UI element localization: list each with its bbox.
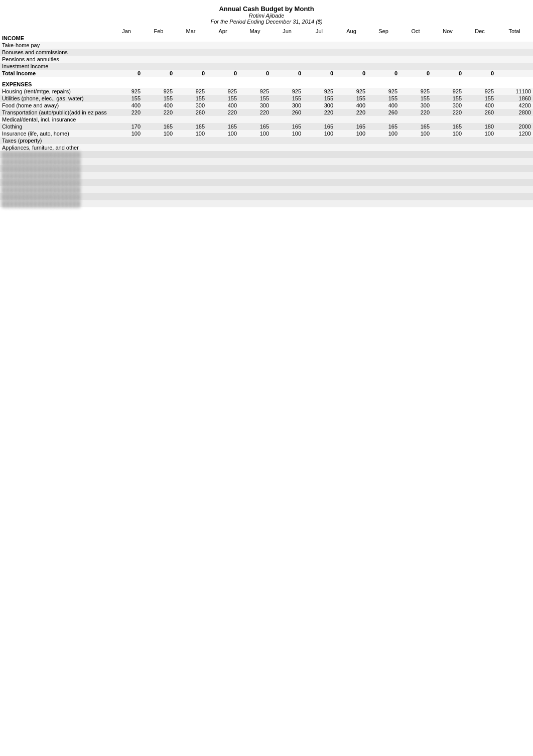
row-value xyxy=(335,200,367,207)
row-value xyxy=(464,116,496,123)
row-value xyxy=(110,42,143,49)
row-label: Total Income xyxy=(0,70,110,77)
row-value: 2000 xyxy=(496,123,533,130)
row-value: 400 xyxy=(143,102,175,109)
row-value xyxy=(207,144,239,151)
row-value: 165 xyxy=(335,123,367,130)
row-value: 220 xyxy=(207,109,239,116)
row-value xyxy=(207,116,239,123)
row-value xyxy=(175,200,207,207)
row-value xyxy=(271,63,303,70)
row-value: 300 xyxy=(175,102,207,109)
table-row: ████████████████████ xyxy=(0,193,533,200)
row-value: 260 xyxy=(271,109,303,116)
row-value xyxy=(239,151,271,158)
row-label: Insurance (life, auto, home) xyxy=(0,130,110,137)
row-value xyxy=(496,70,533,77)
row-value: 0 xyxy=(271,70,303,77)
row-value xyxy=(271,158,303,165)
page: Annual Cash Budget by Month Rotimi Ajiba… xyxy=(0,0,533,212)
row-value xyxy=(432,200,464,207)
row-value xyxy=(239,186,271,193)
table-row: Pensions and annuities xyxy=(0,56,533,63)
row-value xyxy=(239,158,271,165)
row-value xyxy=(399,193,432,200)
row-value xyxy=(271,56,303,63)
row-value xyxy=(110,165,143,172)
row-value: 925 xyxy=(464,88,496,95)
row-value: 400 xyxy=(464,102,496,109)
row-value xyxy=(399,137,432,144)
row-value xyxy=(303,116,335,123)
col-header-aug: Aug xyxy=(335,28,367,35)
row-value: 300 xyxy=(303,102,335,109)
row-value xyxy=(432,56,464,63)
row-value xyxy=(239,56,271,63)
row-value: 155 xyxy=(303,95,335,102)
row-value xyxy=(207,137,239,144)
row-value xyxy=(175,116,207,123)
row-value xyxy=(367,56,399,63)
row-label: Transportation (auto/public)(add in ez p… xyxy=(0,109,110,116)
row-value xyxy=(175,137,207,144)
row-value xyxy=(367,151,399,158)
row-label: ████████████████████ xyxy=(0,186,110,193)
row-value xyxy=(432,151,464,158)
row-value xyxy=(271,137,303,144)
row-value xyxy=(335,151,367,158)
row-value: 0 xyxy=(239,70,271,77)
row-value xyxy=(464,151,496,158)
row-value: 11100 xyxy=(496,88,533,95)
col-header-sep: Sep xyxy=(367,28,399,35)
table-row: ████████████████████ xyxy=(0,186,533,193)
row-value: 155 xyxy=(175,95,207,102)
row-value: 220 xyxy=(335,109,367,116)
row-value xyxy=(143,144,175,151)
row-value: 165 xyxy=(432,123,464,130)
page-header: Annual Cash Budget by Month Rotimi Ajiba… xyxy=(0,5,533,25)
row-value xyxy=(432,42,464,49)
row-value: 155 xyxy=(271,95,303,102)
row-value: 925 xyxy=(207,88,239,95)
row-value: 0 xyxy=(143,70,175,77)
row-value xyxy=(175,144,207,151)
col-header-jan: Jan xyxy=(110,28,143,35)
row-value xyxy=(432,193,464,200)
row-value: 400 xyxy=(110,102,143,109)
row-value xyxy=(239,42,271,49)
row-value xyxy=(432,144,464,151)
row-label: Medical/dental, incl. insurance xyxy=(0,116,110,123)
row-value: 100 xyxy=(207,130,239,137)
row-value: 170 xyxy=(110,123,143,130)
row-value: 155 xyxy=(464,95,496,102)
row-value xyxy=(207,193,239,200)
row-value xyxy=(271,144,303,151)
row-label: ████████████████████ xyxy=(0,151,110,158)
row-value: 0 xyxy=(367,70,399,77)
row-value: 925 xyxy=(239,88,271,95)
row-value: 0 xyxy=(432,70,464,77)
row-value: 925 xyxy=(432,88,464,95)
row-value xyxy=(239,144,271,151)
row-value xyxy=(143,158,175,165)
table-row: Appliances, furniture, and other xyxy=(0,144,533,151)
row-value xyxy=(175,186,207,193)
row-value xyxy=(335,137,367,144)
row-value xyxy=(207,200,239,207)
row-value xyxy=(175,165,207,172)
income-section-header: INCOME xyxy=(0,35,533,42)
row-value xyxy=(367,42,399,49)
row-value xyxy=(110,151,143,158)
row-value: 925 xyxy=(175,88,207,95)
row-value: 260 xyxy=(175,109,207,116)
table-row: ████████████████████ xyxy=(0,151,533,158)
row-value xyxy=(432,172,464,179)
row-value xyxy=(175,63,207,70)
row-value xyxy=(335,165,367,172)
row-value xyxy=(110,172,143,179)
row-value xyxy=(143,165,175,172)
row-value xyxy=(239,179,271,186)
row-value xyxy=(175,49,207,56)
row-value: 925 xyxy=(399,88,432,95)
row-value xyxy=(367,116,399,123)
